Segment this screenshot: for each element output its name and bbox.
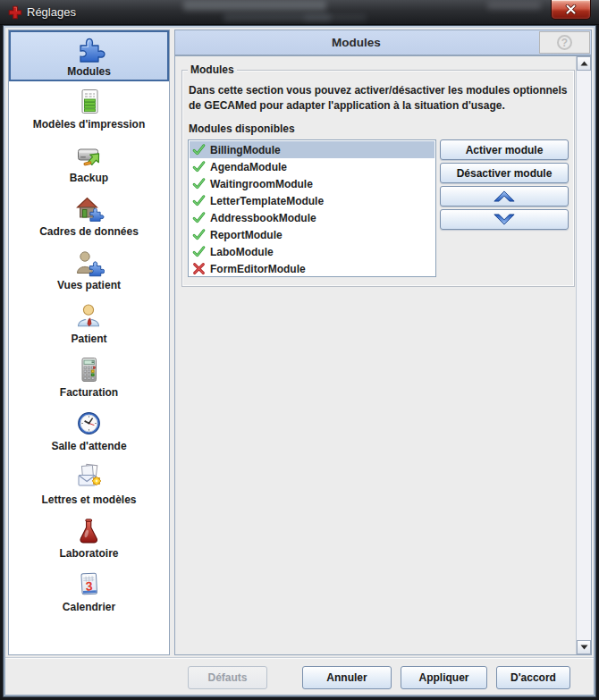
- sidebar-item-label: Vues patient: [57, 280, 121, 291]
- module-disabled-cross-icon: [191, 262, 206, 276]
- move-up-button[interactable]: [440, 186, 569, 207]
- patient-person-icon: [73, 301, 105, 332]
- sidebar-item-label: Facturation: [60, 387, 118, 399]
- module-name: WaitingroomModule: [210, 178, 313, 190]
- calendar-icon: 3: [73, 569, 105, 600]
- module-enabled-check-icon: [191, 160, 206, 174]
- backup-drive-icon: [73, 140, 105, 171]
- module-enabled-check-icon: [191, 228, 206, 242]
- module-name: BillingModule: [210, 144, 281, 156]
- ok-button[interactable]: D'accord: [496, 666, 570, 689]
- sidebar-item-salle-dattende[interactable]: Salle d'attende: [9, 403, 169, 457]
- person-puzzle-icon: [73, 248, 105, 278]
- main-header: Modules ?: [174, 30, 592, 55]
- module-enabled-check-icon: [191, 194, 206, 208]
- module-name: ReportModule: [210, 229, 283, 241]
- modules-list[interactable]: BillingModule AgendaM: [188, 139, 436, 277]
- sidebar-item-label: Laboratoire: [59, 548, 118, 560]
- sidebar-item-backup[interactable]: Backup: [9, 135, 169, 189]
- cancel-button[interactable]: Annuler: [302, 666, 392, 689]
- puzzle-piece-icon: [73, 34, 105, 64]
- module-name: AddressbookModule: [210, 212, 316, 224]
- sidebar-item-label: Salle d'attende: [51, 441, 126, 452]
- window-title: Réglages: [27, 5, 76, 19]
- module-row-labo[interactable]: LaboModule: [190, 243, 434, 260]
- vertical-scrollbar[interactable]: [576, 56, 591, 654]
- close-x-icon: [565, 4, 577, 14]
- modules-section: Modules Dans cette section vous pouvez a…: [175, 56, 576, 654]
- scroll-down-button[interactable]: [577, 640, 591, 654]
- lab-flask-icon: [73, 516, 105, 546]
- sidebar: Modules: [8, 30, 170, 655]
- triangle-up-icon: [580, 61, 588, 66]
- sidebar-item-modules[interactable]: Modules: [9, 30, 169, 81]
- sidebar-item-label: Patient: [71, 333, 106, 345]
- sidebar-item-calendrier[interactable]: 3 Calendrier: [9, 564, 169, 618]
- print-template-icon: [73, 87, 105, 117]
- defaults-button[interactable]: Défauts: [188, 666, 267, 689]
- scroll-up-button[interactable]: [577, 56, 591, 71]
- module-row-billing[interactable]: BillingModule: [190, 141, 434, 158]
- window-frame: Modules: [3, 25, 596, 697]
- background-blur-shape: [487, 2, 541, 10]
- move-down-button[interactable]: [440, 209, 569, 230]
- module-row-waitingroom[interactable]: WaitingroomModule: [190, 175, 434, 192]
- dialog-footer: Défauts Annuler Appliquer D'accord: [5, 657, 594, 695]
- module-enabled-check-icon: [191, 211, 206, 225]
- sidebar-item-lettres-et-modeles[interactable]: Lettres et modèles: [9, 457, 169, 510]
- module-row-agenda[interactable]: AgendaModule: [190, 158, 434, 175]
- module-actions: Activer module Désactiver module: [440, 139, 569, 230]
- groupbox-legend: Modules: [188, 63, 237, 76]
- module-name: LetterTemplateModule: [210, 195, 324, 207]
- settings-dialog: Modules: [5, 28, 594, 695]
- sidebar-item-facturation[interactable]: Facturation: [9, 350, 169, 403]
- sidebar-item-label: Modules: [67, 66, 111, 78]
- activate-module-button[interactable]: Activer module: [440, 139, 569, 160]
- background-blur-shape: [304, 14, 367, 21]
- module-row-addressbook[interactable]: AddressbookModule: [190, 209, 434, 226]
- sidebar-item-label: Lettres et modèles: [41, 494, 136, 506]
- close-button[interactable]: [551, 0, 591, 20]
- module-enabled-check-icon: [191, 245, 206, 259]
- titlebar[interactable]: Réglages: [0, 0, 599, 25]
- modules-list-label: Modules disponibles: [189, 122, 569, 135]
- sidebar-item-cadres-de-donnees[interactable]: Cadres de données: [9, 189, 169, 242]
- deactivate-module-button[interactable]: Désactiver module: [440, 163, 569, 183]
- clock-icon: [73, 409, 105, 439]
- sidebar-item-label: Modèles d'impression: [33, 119, 146, 131]
- triangle-down-icon: [580, 645, 588, 650]
- sidebar-item-vues-patient[interactable]: Vues patient: [9, 242, 169, 296]
- module-row-lettertemplate[interactable]: LetterTemplateModule: [190, 192, 434, 209]
- module-row-report[interactable]: ReportModule: [190, 226, 434, 243]
- sidebar-item-label: Calendrier: [63, 602, 115, 613]
- house-puzzle-icon: [73, 194, 105, 224]
- chevron-up-icon: [493, 190, 516, 203]
- module-name: FormEditorModule: [210, 263, 306, 275]
- sidebar-item-patient[interactable]: Patient: [9, 296, 169, 350]
- help-question-icon: ?: [557, 35, 572, 50]
- apply-button[interactable]: Appliquer: [401, 666, 487, 689]
- calculator-icon: [73, 355, 105, 385]
- help-button[interactable]: ?: [539, 31, 590, 54]
- chevron-down-icon: [493, 213, 516, 226]
- module-row-formeditor[interactable]: FormEditorModule: [190, 260, 434, 277]
- settings-panel: Modules Dans cette section vous pouvez a…: [174, 55, 592, 655]
- settings-window: Réglages Modules: [0, 0, 599, 700]
- module-name: AgendaModule: [210, 161, 287, 173]
- module-enabled-check-icon: [191, 177, 206, 191]
- letters-envelope-icon: [73, 462, 105, 493]
- sidebar-item-label: Cadres de données: [39, 226, 139, 238]
- module-name: LaboModule: [210, 246, 274, 258]
- background-blur-shape: [183, 1, 326, 11]
- sidebar-item-laboratoire[interactable]: Laboratoire: [9, 510, 169, 564]
- page-title: Modules: [175, 36, 537, 49]
- module-enabled-check-icon: [191, 143, 206, 157]
- sidebar-item-modeles-impression[interactable]: Modèles d'impression: [9, 81, 169, 135]
- sidebar-item-label: Backup: [70, 173, 108, 184]
- red-cross-icon: [8, 5, 22, 20]
- modules-description: Dans cette section vous pouvez activer/d…: [189, 83, 575, 114]
- modules-groupbox: Modules Dans cette section vous pouvez a…: [181, 70, 575, 287]
- svg-text:3: 3: [85, 578, 93, 593]
